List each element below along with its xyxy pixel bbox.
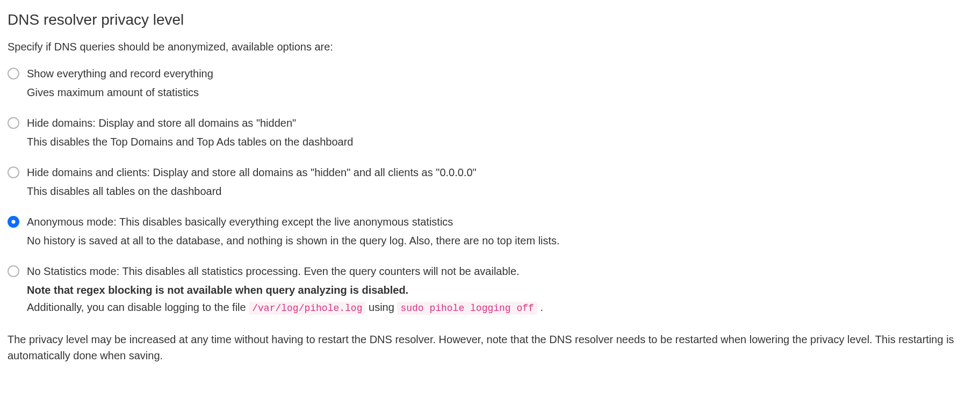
radio-option-no-statistics[interactable]: No Statistics mode: This disables all st… [8,263,972,316]
intro-text: Specify if DNS queries should be anonymi… [8,39,972,55]
radio-label: Hide domains: Display and store all doma… [27,115,972,131]
radio-icon[interactable] [8,216,19,228]
radio-description: No history is saved at all to the databa… [27,232,972,249]
radio-content: Hide domains and clients: Display and st… [27,164,972,200]
desc-mid: using [365,301,397,313]
code-log-path: /var/log/pihole.log [249,302,365,315]
radio-icon[interactable] [8,68,19,79]
radio-label: Hide domains and clients: Display and st… [27,164,972,180]
radio-icon[interactable] [8,117,19,129]
desc-tail-prefix: Additionally, you can disable logging to… [27,301,249,313]
radio-icon[interactable] [8,265,19,277]
radio-option-hide-domains[interactable]: Hide domains: Display and store all doma… [8,115,972,150]
code-command: sudo pihole logging off [397,302,537,315]
radio-content: Anonymous mode: This disables basically … [27,214,972,249]
radio-content: No Statistics mode: This disables all st… [27,263,972,316]
radio-option-hide-domains-clients[interactable]: Hide domains and clients: Display and st… [8,164,972,200]
radio-description: This disables all tables on the dashboar… [27,183,972,200]
radio-description: Gives maximum amount of statistics [27,84,972,101]
radio-content: Show everything and record everything Gi… [27,66,972,101]
radio-content: Hide domains: Display and store all doma… [27,115,972,150]
desc-tail-suffix: . [537,301,543,313]
radio-option-anonymous[interactable]: Anonymous mode: This disables basically … [8,214,972,249]
warning-text: Note that regex blocking is not availabl… [27,284,408,296]
radio-description: This disables the Top Domains and Top Ad… [27,133,972,150]
radio-icon[interactable] [8,166,19,178]
radio-label: No Statistics mode: This disables all st… [27,263,972,279]
radio-label: Show everything and record everything [27,66,972,82]
footer-note: The privacy level may be increased at an… [8,331,969,364]
radio-label: Anonymous mode: This disables basically … [27,214,972,230]
privacy-level-radio-group: Show everything and record everything Gi… [8,66,972,316]
section-title: DNS resolver privacy level [8,9,972,31]
radio-option-show-everything[interactable]: Show everything and record everything Gi… [8,66,972,101]
radio-description: Note that regex blocking is not availabl… [27,281,972,316]
